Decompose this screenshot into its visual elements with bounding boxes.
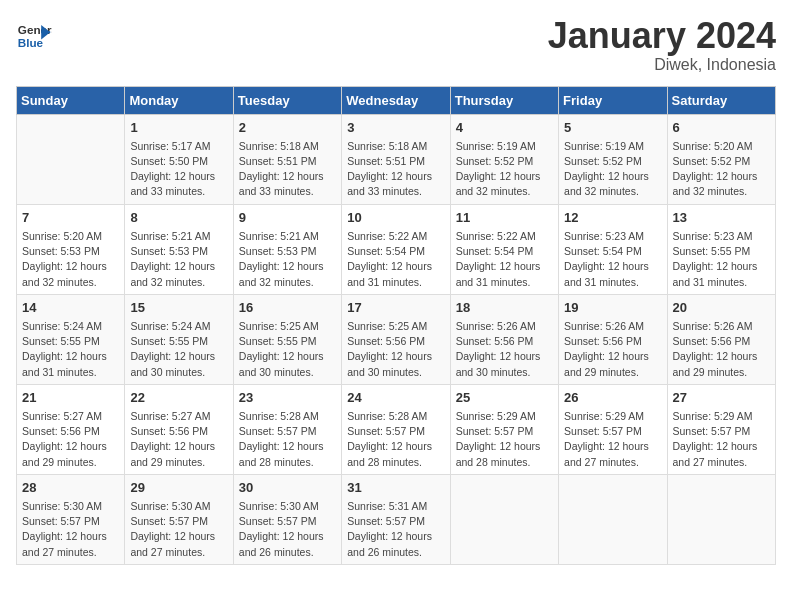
day-number: 14	[22, 299, 119, 317]
day-info: Sunrise: 5:25 AM Sunset: 5:55 PM Dayligh…	[239, 319, 336, 380]
calendar-cell: 14Sunrise: 5:24 AM Sunset: 5:55 PM Dayli…	[17, 294, 125, 384]
logo: General Blue	[16, 16, 52, 52]
day-info: Sunrise: 5:17 AM Sunset: 5:50 PM Dayligh…	[130, 139, 227, 200]
calendar-cell: 31Sunrise: 5:31 AM Sunset: 5:57 PM Dayli…	[342, 474, 450, 564]
day-info: Sunrise: 5:29 AM Sunset: 5:57 PM Dayligh…	[673, 409, 770, 470]
day-number: 1	[130, 119, 227, 137]
day-number: 10	[347, 209, 444, 227]
calendar-header-row: SundayMondayTuesdayWednesdayThursdayFrid…	[17, 86, 776, 114]
calendar-cell: 21Sunrise: 5:27 AM Sunset: 5:56 PM Dayli…	[17, 384, 125, 474]
day-info: Sunrise: 5:26 AM Sunset: 5:56 PM Dayligh…	[564, 319, 661, 380]
day-info: Sunrise: 5:26 AM Sunset: 5:56 PM Dayligh…	[673, 319, 770, 380]
day-info: Sunrise: 5:30 AM Sunset: 5:57 PM Dayligh…	[130, 499, 227, 560]
day-info: Sunrise: 5:24 AM Sunset: 5:55 PM Dayligh…	[130, 319, 227, 380]
day-info: Sunrise: 5:21 AM Sunset: 5:53 PM Dayligh…	[130, 229, 227, 290]
calendar-cell: 11Sunrise: 5:22 AM Sunset: 5:54 PM Dayli…	[450, 204, 558, 294]
day-number: 19	[564, 299, 661, 317]
calendar-cell: 24Sunrise: 5:28 AM Sunset: 5:57 PM Dayli…	[342, 384, 450, 474]
logo-icon: General Blue	[16, 16, 52, 52]
day-number: 8	[130, 209, 227, 227]
day-number: 28	[22, 479, 119, 497]
day-number: 25	[456, 389, 553, 407]
day-info: Sunrise: 5:30 AM Sunset: 5:57 PM Dayligh…	[22, 499, 119, 560]
calendar-cell: 7Sunrise: 5:20 AM Sunset: 5:53 PM Daylig…	[17, 204, 125, 294]
day-number: 4	[456, 119, 553, 137]
calendar-cell: 6Sunrise: 5:20 AM Sunset: 5:52 PM Daylig…	[667, 114, 775, 204]
calendar-cell: 13Sunrise: 5:23 AM Sunset: 5:55 PM Dayli…	[667, 204, 775, 294]
day-number: 29	[130, 479, 227, 497]
day-info: Sunrise: 5:23 AM Sunset: 5:55 PM Dayligh…	[673, 229, 770, 290]
day-number: 21	[22, 389, 119, 407]
calendar-week-row: 1Sunrise: 5:17 AM Sunset: 5:50 PM Daylig…	[17, 114, 776, 204]
title-area: January 2024 Diwek, Indonesia	[548, 16, 776, 74]
day-number: 15	[130, 299, 227, 317]
calendar-cell: 15Sunrise: 5:24 AM Sunset: 5:55 PM Dayli…	[125, 294, 233, 384]
calendar-day-header: Friday	[559, 86, 667, 114]
day-number: 3	[347, 119, 444, 137]
calendar-cell: 5Sunrise: 5:19 AM Sunset: 5:52 PM Daylig…	[559, 114, 667, 204]
day-info: Sunrise: 5:18 AM Sunset: 5:51 PM Dayligh…	[239, 139, 336, 200]
day-number: 18	[456, 299, 553, 317]
calendar-cell: 12Sunrise: 5:23 AM Sunset: 5:54 PM Dayli…	[559, 204, 667, 294]
calendar-cell: 3Sunrise: 5:18 AM Sunset: 5:51 PM Daylig…	[342, 114, 450, 204]
page-header: General Blue January 2024 Diwek, Indones…	[16, 16, 776, 74]
svg-text:Blue: Blue	[18, 36, 44, 49]
day-info: Sunrise: 5:20 AM Sunset: 5:52 PM Dayligh…	[673, 139, 770, 200]
page-title: January 2024	[548, 16, 776, 56]
day-info: Sunrise: 5:22 AM Sunset: 5:54 PM Dayligh…	[347, 229, 444, 290]
day-number: 11	[456, 209, 553, 227]
day-number: 20	[673, 299, 770, 317]
calendar-cell: 8Sunrise: 5:21 AM Sunset: 5:53 PM Daylig…	[125, 204, 233, 294]
day-number: 6	[673, 119, 770, 137]
day-number: 13	[673, 209, 770, 227]
day-number: 24	[347, 389, 444, 407]
day-info: Sunrise: 5:22 AM Sunset: 5:54 PM Dayligh…	[456, 229, 553, 290]
calendar-cell	[17, 114, 125, 204]
day-number: 30	[239, 479, 336, 497]
day-number: 2	[239, 119, 336, 137]
calendar-cell: 16Sunrise: 5:25 AM Sunset: 5:55 PM Dayli…	[233, 294, 341, 384]
calendar-day-header: Saturday	[667, 86, 775, 114]
page-subtitle: Diwek, Indonesia	[548, 56, 776, 74]
calendar-week-row: 14Sunrise: 5:24 AM Sunset: 5:55 PM Dayli…	[17, 294, 776, 384]
day-info: Sunrise: 5:31 AM Sunset: 5:57 PM Dayligh…	[347, 499, 444, 560]
day-number: 27	[673, 389, 770, 407]
day-number: 22	[130, 389, 227, 407]
calendar-week-row: 28Sunrise: 5:30 AM Sunset: 5:57 PM Dayli…	[17, 474, 776, 564]
day-info: Sunrise: 5:30 AM Sunset: 5:57 PM Dayligh…	[239, 499, 336, 560]
day-info: Sunrise: 5:20 AM Sunset: 5:53 PM Dayligh…	[22, 229, 119, 290]
day-number: 17	[347, 299, 444, 317]
day-number: 26	[564, 389, 661, 407]
day-number: 23	[239, 389, 336, 407]
calendar-cell	[667, 474, 775, 564]
calendar-day-header: Monday	[125, 86, 233, 114]
calendar-cell: 17Sunrise: 5:25 AM Sunset: 5:56 PM Dayli…	[342, 294, 450, 384]
calendar-cell: 22Sunrise: 5:27 AM Sunset: 5:56 PM Dayli…	[125, 384, 233, 474]
day-info: Sunrise: 5:28 AM Sunset: 5:57 PM Dayligh…	[239, 409, 336, 470]
calendar-cell: 1Sunrise: 5:17 AM Sunset: 5:50 PM Daylig…	[125, 114, 233, 204]
day-info: Sunrise: 5:19 AM Sunset: 5:52 PM Dayligh…	[564, 139, 661, 200]
calendar-cell	[559, 474, 667, 564]
calendar-day-header: Wednesday	[342, 86, 450, 114]
calendar-cell: 4Sunrise: 5:19 AM Sunset: 5:52 PM Daylig…	[450, 114, 558, 204]
calendar-cell: 18Sunrise: 5:26 AM Sunset: 5:56 PM Dayli…	[450, 294, 558, 384]
day-number: 12	[564, 209, 661, 227]
calendar-cell: 9Sunrise: 5:21 AM Sunset: 5:53 PM Daylig…	[233, 204, 341, 294]
calendar-cell: 25Sunrise: 5:29 AM Sunset: 5:57 PM Dayli…	[450, 384, 558, 474]
calendar-day-header: Thursday	[450, 86, 558, 114]
calendar-cell: 23Sunrise: 5:28 AM Sunset: 5:57 PM Dayli…	[233, 384, 341, 474]
day-info: Sunrise: 5:29 AM Sunset: 5:57 PM Dayligh…	[456, 409, 553, 470]
calendar-cell: 26Sunrise: 5:29 AM Sunset: 5:57 PM Dayli…	[559, 384, 667, 474]
calendar-cell: 30Sunrise: 5:30 AM Sunset: 5:57 PM Dayli…	[233, 474, 341, 564]
day-info: Sunrise: 5:27 AM Sunset: 5:56 PM Dayligh…	[130, 409, 227, 470]
calendar-week-row: 7Sunrise: 5:20 AM Sunset: 5:53 PM Daylig…	[17, 204, 776, 294]
day-info: Sunrise: 5:21 AM Sunset: 5:53 PM Dayligh…	[239, 229, 336, 290]
day-number: 5	[564, 119, 661, 137]
day-number: 31	[347, 479, 444, 497]
calendar-cell: 28Sunrise: 5:30 AM Sunset: 5:57 PM Dayli…	[17, 474, 125, 564]
day-number: 9	[239, 209, 336, 227]
day-info: Sunrise: 5:26 AM Sunset: 5:56 PM Dayligh…	[456, 319, 553, 380]
calendar-cell: 20Sunrise: 5:26 AM Sunset: 5:56 PM Dayli…	[667, 294, 775, 384]
day-info: Sunrise: 5:27 AM Sunset: 5:56 PM Dayligh…	[22, 409, 119, 470]
day-info: Sunrise: 5:29 AM Sunset: 5:57 PM Dayligh…	[564, 409, 661, 470]
